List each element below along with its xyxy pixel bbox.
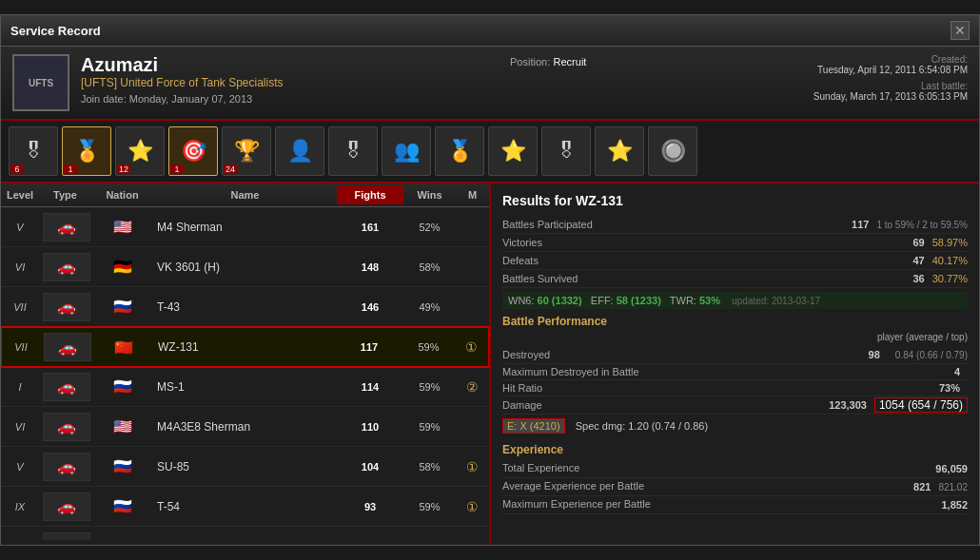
medal-item: 🔘 [648, 126, 697, 176]
wins-cell: 59% [402, 339, 455, 355]
left-panel: Level Type Nation Name Fights Wins M V 🚗… [1, 183, 491, 545]
table-row[interactable]: V 🚗 🇷🇺 SU-85 104 58% ① [1, 447, 489, 487]
table-row[interactable]: V 🚗 🇺🇸 M10 Wolverine 91 60% ① [1, 527, 489, 540]
name-cell: M4 Sherman [153, 219, 337, 236]
stat-row: Victories6958.97% [502, 234, 968, 252]
tier-cell: V [1, 539, 39, 541]
perf-stat-name: Damage [502, 399, 821, 411]
window-title: Service Record [10, 24, 101, 38]
nation-cell: 🇷🇺 [91, 376, 153, 398]
tier-cell: VII [1, 299, 39, 315]
nation-cell: 🇺🇸 [91, 216, 153, 239]
stat-value: 36 [912, 273, 924, 284]
exp-value: 96,059 [935, 463, 968, 474]
perf-stat-value: 123,303 [829, 399, 867, 411]
wins-cell: 58% [403, 260, 456, 275]
wins-cell: 59% [403, 379, 456, 395]
table-row[interactable]: V 🚗 🇺🇸 M4 Sherman 161 52% [1, 207, 489, 247]
table-row[interactable]: VI 🚗 🇺🇸 M4A3E8 Sherman 110 59% [1, 407, 489, 447]
tier-cell: VI [1, 260, 39, 275]
type-cell: 🚗 [39, 251, 91, 283]
tier-cell: I [1, 379, 39, 395]
tier-cell: VI [1, 419, 39, 434]
mastery-cell: ② [456, 377, 489, 396]
dates-area: Created: Tuesday, April 12, 2011 6:54:08… [813, 54, 968, 102]
name-cell: M4A3E8 Sherman [153, 418, 337, 435]
tier-cell: IX [1, 499, 39, 514]
avg-value: 0.84 (0.66 / 0.79) [895, 350, 968, 360]
nation-flag: 🇷🇺 [108, 377, 138, 396]
medal-item: 🎖 [328, 126, 378, 176]
clan-tag: [UFTS] [81, 76, 117, 89]
medal-item: 🎖 [541, 126, 591, 176]
main-content: Level Type Nation Name Fights Wins M V 🚗… [1, 183, 979, 545]
medal-count: 1 [170, 164, 184, 174]
tank-table-body: V 🚗 🇺🇸 M4 Sherman 161 52% VI 🚗 🇩🇪 VK 360… [1, 207, 489, 540]
table-row[interactable]: I 🚗 🇷🇺 MS-1 114 59% ② [1, 367, 489, 407]
title-bar: Service Record ✕ [1, 15, 979, 47]
battle-performance-header: Battle Performance [502, 315, 968, 328]
stat-name: Battles Survived [502, 273, 578, 284]
player-info: Azumazi [UFTS] United Force of Tank Spec… [81, 54, 284, 105]
exp-name: Maximum Experience per Battle [502, 498, 651, 512]
fights-cell: 114 [337, 379, 403, 395]
tank-thumbnail: 🚗 [43, 213, 90, 241]
medal-icon: 🏅 [435, 126, 484, 176]
exp-stat-row: Total Experience96,059 [502, 460, 968, 478]
medal-item: 🏆24 [222, 126, 271, 176]
mastery-cell [456, 265, 489, 269]
table-row[interactable]: VI 🚗 🇩🇪 VK 3601 (H) 148 58% [1, 247, 489, 287]
fights-cell: 104 [337, 459, 403, 474]
perf-stat-name: Destroyed [502, 349, 861, 360]
basic-stats: Battles Participated1171 to 59% / 2 to 5… [502, 216, 968, 288]
col-m: M [456, 185, 489, 204]
e-badge: E: X (4210) [502, 418, 565, 434]
exp-stat-row: Average Experience per Battle821821.02 [502, 478, 968, 496]
mastery-cell: ① [456, 497, 489, 516]
service-record-window: Service Record ✕ UFTS Azumazi [UFTS] Uni… [0, 14, 980, 546]
type-cell: 🚗 [39, 371, 91, 403]
nation-flag: 🇷🇺 [108, 497, 138, 516]
col-fights: Fights [337, 185, 403, 204]
perf-stat-row: Damage 123,303 1054 (654 / 756) [502, 396, 968, 415]
tier-cell: VII [2, 339, 40, 355]
table-row[interactable]: VII 🚗 🇷🇺 T-43 146 49% [1, 287, 489, 327]
perf-stat-name: Maximum Destroyed in Battle [502, 366, 947, 377]
damage-highlight: 1054 (654 / 756) [874, 397, 968, 413]
table-row[interactable]: VII 🚗 🇨🇳 WZ-131 117 59% ① [1, 327, 489, 367]
table-row[interactable]: IX 🚗 🇷🇺 T-54 93 59% ① [1, 487, 489, 527]
nation-cell: 🇺🇸 [91, 535, 153, 541]
medal-icon: ⭐ [595, 126, 644, 176]
stat-value: 69 [912, 237, 924, 248]
wins-cell: 59% [403, 499, 456, 514]
exp-name: Total Experience [502, 462, 579, 475]
col-type: Type [39, 185, 91, 204]
close-button[interactable]: ✕ [951, 21, 970, 40]
medal-item: ⭐12 [115, 126, 165, 176]
clan-full: United Force of Tank Specialists [120, 76, 283, 89]
fights-cell: 110 [337, 419, 403, 434]
twr-label: TWR: [670, 295, 696, 306]
medal-count: 1 [64, 164, 77, 174]
medal-item: 🎯1 [168, 126, 218, 176]
col-wins: Wins [403, 185, 456, 204]
medal-count: 24 [224, 164, 237, 174]
col-nation: Nation [91, 185, 153, 204]
nation-cell: 🇷🇺 [91, 296, 153, 319]
stat-percent: 40.17% [932, 255, 968, 266]
medal-icon: 👥 [382, 126, 431, 176]
type-cell: 🚗 [39, 211, 91, 243]
nation-flag: 🇷🇺 [108, 457, 138, 476]
stat-percent: 58.97% [932, 237, 968, 248]
mastery-cell [456, 305, 489, 309]
nation-flag: 🇨🇳 [108, 338, 139, 357]
clan-logo: UFTS [12, 54, 69, 111]
stat-name: Battles Participated [502, 219, 593, 230]
medal-count: 6 [10, 164, 24, 174]
nation-cell: 🇩🇪 [91, 256, 153, 279]
stat-row: Battles Participated1171 to 59% / 2 to 5… [502, 216, 968, 234]
medal-icon: 🎖 [328, 126, 378, 176]
wins-cell: 49% [403, 299, 456, 315]
medal-icon: ⭐ [488, 126, 538, 176]
stat-name: Victories [502, 237, 542, 248]
